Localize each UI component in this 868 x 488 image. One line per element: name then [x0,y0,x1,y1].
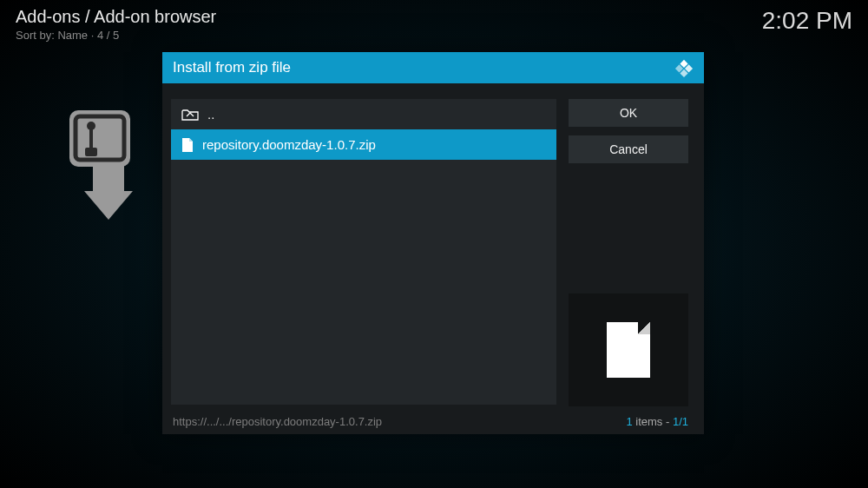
sort-prefix: Sort by: [16,29,57,42]
ok-button[interactable]: OK [569,99,688,127]
item-count-word: items - [633,415,673,428]
file-preview-icon [607,322,650,378]
page-position: 4 / 5 [97,29,119,42]
kodi-logo-icon [674,58,694,77]
svg-rect-4 [85,148,97,156]
svg-marker-8 [685,64,693,72]
svg-rect-5 [93,162,124,193]
file-name: repository.doomzday-1.0.7.zip [202,137,376,152]
item-count-number: 1 [626,415,632,428]
svg-rect-3 [89,126,93,150]
svg-marker-6 [84,191,133,220]
preview-thumbnail [569,293,688,406]
sort-value: Name [57,29,88,42]
parent-dir-label: .. [207,107,214,122]
file-icon [181,137,194,153]
svg-marker-7 [680,60,687,68]
sort-status: Sort by: Name · 4 / 5 [16,29,216,42]
file-row-selected[interactable]: repository.doomzday-1.0.7.zip [171,129,556,160]
cancel-button[interactable]: Cancel [569,135,688,163]
folder-up-icon [181,109,199,121]
file-path: https://.../.../repository.doomzday-1.0.… [173,415,382,428]
install-zip-dialog: Install from zip file .. [162,52,704,434]
dialog-header: Install from zip file [162,52,704,83]
dialog-title: Install from zip file [173,59,291,76]
breadcrumb: Add-ons / Add-on browser [16,7,216,27]
clock: 2:02 PM [762,7,852,35]
item-count: 1 items - 1/1 [626,415,688,428]
svg-marker-9 [680,69,687,77]
item-count-page: 1/1 [673,415,688,428]
parent-dir-row[interactable]: .. [171,99,556,129]
svg-marker-10 [675,64,683,72]
sort-sep: · [88,29,97,42]
zip-download-icon [65,109,152,221]
file-list[interactable]: .. repository.doomzday-1.0.7.zip [171,99,556,405]
